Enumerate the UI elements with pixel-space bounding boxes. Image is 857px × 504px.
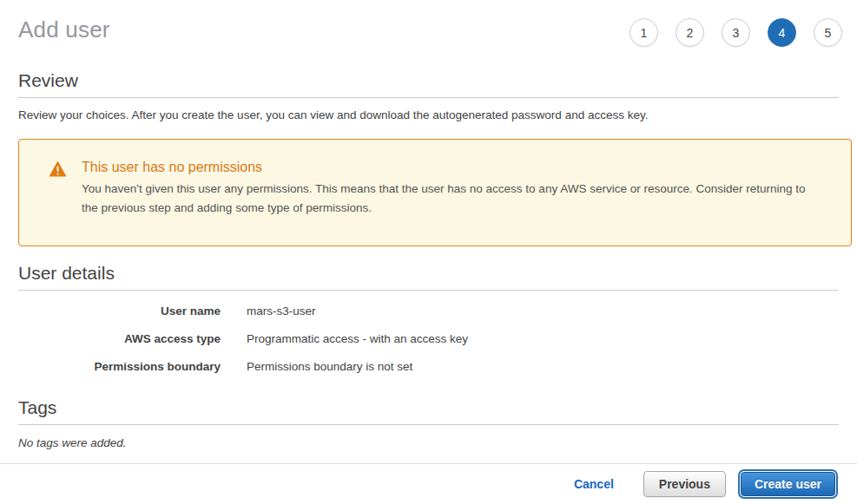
tags-empty-message: No tags were added. xyxy=(18,436,839,449)
tags-section: Tags No tags were added. xyxy=(18,397,839,449)
warning-body: This user has no permissions You haven't… xyxy=(82,159,821,218)
warning-text: You haven't given this user any permissi… xyxy=(82,180,821,218)
user-name-value: mars-s3-user xyxy=(247,304,316,317)
review-heading: Review xyxy=(18,70,839,98)
user-name-label: User name xyxy=(18,304,221,317)
permissions-boundary-label: Permissions boundary xyxy=(18,360,221,373)
review-description: Review your choices. After you create th… xyxy=(18,108,839,123)
step-3-indicator: 3 xyxy=(722,18,750,47)
step-1-indicator: 1 xyxy=(630,18,658,47)
create-user-button[interactable]: Create user xyxy=(741,472,835,496)
review-section: Review Review your choices. After you cr… xyxy=(18,70,839,123)
aws-access-type-label: AWS access type xyxy=(18,332,221,345)
step-4-indicator-active: 4 xyxy=(768,18,796,47)
warning-triangle-icon xyxy=(49,160,67,180)
user-details-rows: User name mars-s3-user AWS access type P… xyxy=(18,304,839,373)
table-row: User name mars-s3-user xyxy=(18,304,839,317)
add-user-wizard-page: Add user 1 2 3 4 5 Review Review your ch… xyxy=(0,0,857,504)
user-details-section: User details User name mars-s3-user AWS … xyxy=(18,263,839,373)
page-title: Add user xyxy=(18,15,110,44)
wizard-header: Add user 1 2 3 4 5 xyxy=(0,0,857,47)
create-user-button-focus-ring: Create user xyxy=(738,469,838,499)
aws-access-type-value: Programmatic access - with an access key xyxy=(247,332,468,345)
user-details-heading: User details xyxy=(18,263,839,291)
step-5-indicator: 5 xyxy=(814,18,842,47)
warning-title: This user has no permissions xyxy=(82,159,821,176)
permissions-boundary-value: Permissions boundary is not set xyxy=(247,360,412,373)
table-row: AWS access type Programmatic access - wi… xyxy=(18,332,839,345)
no-permissions-warning-box: This user has no permissions You haven't… xyxy=(18,139,852,246)
tags-heading: Tags xyxy=(18,397,839,425)
cancel-button[interactable]: Cancel xyxy=(574,477,614,491)
previous-button[interactable]: Previous xyxy=(643,471,726,497)
step-indicator: 1 2 3 4 5 xyxy=(630,18,842,47)
table-row: Permissions boundary Permissions boundar… xyxy=(18,360,839,373)
step-2-indicator: 2 xyxy=(676,18,704,47)
wizard-footer: Cancel Previous Create user xyxy=(0,463,857,504)
wizard-content: Review Review your choices. After you cr… xyxy=(0,70,857,449)
